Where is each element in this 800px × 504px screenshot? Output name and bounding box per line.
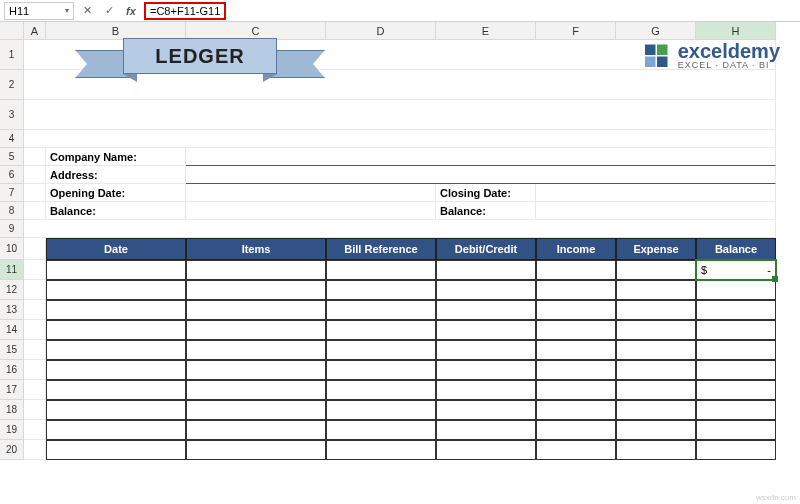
table-cell[interactable]: [616, 360, 696, 380]
table-cell[interactable]: [326, 380, 436, 400]
table-cell[interactable]: [536, 260, 616, 280]
table-cell[interactable]: [616, 320, 696, 340]
table-cell[interactable]: [46, 440, 186, 460]
table-cell[interactable]: [696, 420, 776, 440]
table-cell[interactable]: [536, 360, 616, 380]
table-cell[interactable]: [616, 260, 696, 280]
row-header[interactable]: 18: [0, 400, 24, 420]
cell[interactable]: [24, 320, 46, 340]
table-cell[interactable]: [536, 420, 616, 440]
table-cell[interactable]: [616, 400, 696, 420]
row-header[interactable]: 1: [0, 40, 24, 70]
table-cell[interactable]: [436, 320, 536, 340]
row-header[interactable]: 13: [0, 300, 24, 320]
table-cell[interactable]: [326, 440, 436, 460]
cell[interactable]: [24, 360, 46, 380]
row-header[interactable]: 20: [0, 440, 24, 460]
company-name-input[interactable]: [186, 148, 776, 166]
table-cell[interactable]: [326, 400, 436, 420]
table-cell[interactable]: [46, 420, 186, 440]
table-cell[interactable]: [436, 280, 536, 300]
cell[interactable]: [24, 400, 46, 420]
table-cell[interactable]: [536, 400, 616, 420]
table-cell[interactable]: [436, 300, 536, 320]
table-cell[interactable]: [436, 440, 536, 460]
table-cell[interactable]: [46, 320, 186, 340]
table-cell[interactable]: [696, 320, 776, 340]
table-cell[interactable]: [696, 380, 776, 400]
table-cell[interactable]: [696, 300, 776, 320]
table-cell[interactable]: [536, 380, 616, 400]
table-cell[interactable]: [436, 360, 536, 380]
table-cell[interactable]: [186, 380, 326, 400]
row-header[interactable]: 7: [0, 184, 24, 202]
opening-balance-input[interactable]: [186, 202, 436, 220]
col-header-H[interactable]: H: [696, 22, 776, 40]
cell[interactable]: [24, 280, 46, 300]
spreadsheet-grid[interactable]: A B C D E F G H 1 2 3 4 5 Company Name: …: [0, 22, 800, 460]
table-cell[interactable]: [326, 340, 436, 360]
table-cell[interactable]: [436, 400, 536, 420]
row-header[interactable]: 14: [0, 320, 24, 340]
table-cell[interactable]: [186, 440, 326, 460]
table-cell[interactable]: [616, 420, 696, 440]
row-header[interactable]: 16: [0, 360, 24, 380]
table-cell[interactable]: [616, 340, 696, 360]
table-cell[interactable]: [536, 340, 616, 360]
name-box[interactable]: H11 ▾: [4, 2, 74, 20]
chevron-down-icon[interactable]: ▾: [65, 6, 69, 15]
table-cell[interactable]: [536, 300, 616, 320]
table-cell[interactable]: [186, 320, 326, 340]
table-cell[interactable]: [326, 320, 436, 340]
col-header-G[interactable]: G: [616, 22, 696, 40]
table-cell[interactable]: [186, 360, 326, 380]
row-header[interactable]: 5: [0, 148, 24, 166]
row-header[interactable]: 3: [0, 100, 24, 130]
table-cell[interactable]: [326, 280, 436, 300]
table-cell[interactable]: [696, 280, 776, 300]
table-cell[interactable]: [436, 380, 536, 400]
table-cell[interactable]: [326, 260, 436, 280]
selected-cell-H11[interactable]: $-: [696, 260, 776, 280]
table-cell[interactable]: [616, 300, 696, 320]
address-input[interactable]: [186, 166, 776, 184]
table-cell[interactable]: [46, 300, 186, 320]
table-cell[interactable]: [436, 420, 536, 440]
opening-date-input[interactable]: [186, 184, 436, 202]
row-header[interactable]: 15: [0, 340, 24, 360]
table-cell[interactable]: [436, 340, 536, 360]
formula-input[interactable]: =C8+F11-G11: [144, 2, 226, 20]
closing-date-input[interactable]: [536, 184, 776, 202]
table-cell[interactable]: [616, 280, 696, 300]
fx-icon[interactable]: fx: [122, 2, 140, 20]
col-header-A[interactable]: A: [24, 22, 46, 40]
row-header[interactable]: 10: [0, 238, 24, 260]
cancel-formula-icon[interactable]: ✕: [78, 2, 96, 20]
table-cell[interactable]: [616, 380, 696, 400]
table-cell[interactable]: [46, 260, 186, 280]
cell[interactable]: [24, 420, 46, 440]
row-header[interactable]: 6: [0, 166, 24, 184]
row-header[interactable]: 9: [0, 220, 24, 238]
table-cell[interactable]: [186, 400, 326, 420]
table-cell[interactable]: [536, 440, 616, 460]
table-cell[interactable]: [326, 300, 436, 320]
table-cell[interactable]: [536, 320, 616, 340]
table-cell[interactable]: [616, 440, 696, 460]
table-cell[interactable]: [436, 260, 536, 280]
cell[interactable]: [24, 130, 776, 148]
row-header[interactable]: 17: [0, 380, 24, 400]
cell[interactable]: [24, 380, 46, 400]
cell[interactable]: [24, 260, 46, 280]
cell[interactable]: [24, 340, 46, 360]
fill-handle[interactable]: [772, 276, 778, 282]
table-cell[interactable]: [326, 420, 436, 440]
table-cell[interactable]: [186, 420, 326, 440]
row-header[interactable]: 8: [0, 202, 24, 220]
table-cell[interactable]: [696, 360, 776, 380]
row-header[interactable]: 4: [0, 130, 24, 148]
col-header-D[interactable]: D: [326, 22, 436, 40]
cell[interactable]: [24, 202, 46, 220]
table-cell[interactable]: [696, 440, 776, 460]
table-cell[interactable]: [186, 280, 326, 300]
